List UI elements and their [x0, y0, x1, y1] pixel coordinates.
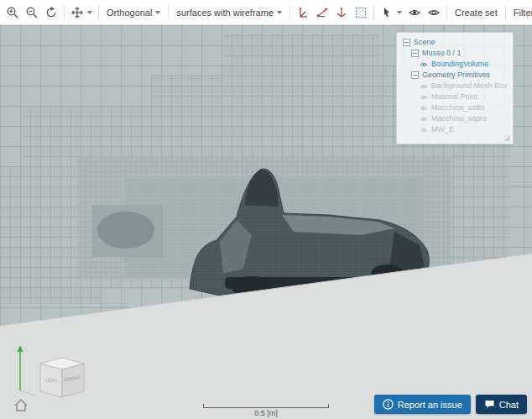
report-issue-label: Report an issue — [398, 400, 462, 410]
panel-resize-handle[interactable] — [503, 134, 511, 142]
show-visibility-button[interactable] — [405, 3, 424, 22]
collapse-icon[interactable] — [411, 50, 419, 57]
chevron-down-icon — [397, 11, 402, 14]
tree-item-material-point[interactable]: Material Point — [399, 92, 510, 102]
pan-tool-button[interactable] — [68, 3, 95, 22]
hide-visibility-button[interactable] — [425, 3, 443, 22]
collapse-icon[interactable] — [403, 39, 410, 46]
toolbar-separator — [64, 5, 65, 20]
tree-item-label: Geometry Primitives — [422, 70, 490, 81]
chat-label: Chat — [499, 400, 519, 410]
tree-item-boundingvolume[interactable]: BoundingVolume — [399, 59, 510, 70]
toolbar-separator — [98, 5, 99, 20]
toolbar-separator — [168, 5, 169, 20]
vector-display-button-2[interactable] — [313, 3, 331, 22]
scene-tree-panel: Scene Musso 0 / 1 BoundingVolume Geometr… — [396, 32, 514, 144]
eye-icon — [427, 6, 441, 19]
speech-bubble-icon — [484, 399, 495, 410]
axis-triad-icon — [335, 6, 348, 19]
report-issue-button[interactable]: Report an issue — [374, 395, 471, 414]
cursor-arrow-icon — [380, 6, 394, 19]
scale-bar-label: 0.5 [m] — [203, 409, 329, 417]
eye-icon[interactable] — [420, 105, 428, 112]
viewport-3d[interactable]: Scene Musso 0 / 1 BoundingVolume Geometr… — [0, 25, 532, 419]
toolbar: Orthogonal surfaces with wireframe — [0, 0, 532, 25]
tree-item-scene[interactable]: Scene — [399, 37, 510, 48]
chat-button[interactable]: Chat — [476, 395, 527, 414]
vector-display-button-3[interactable] — [332, 3, 351, 22]
filter-label: Filter — [514, 8, 532, 18]
scale-bar-line — [203, 404, 329, 408]
tree-item-label: Background Mesh Box — [431, 81, 508, 92]
filter-dropdown[interactable]: Filter — [509, 4, 532, 21]
home-view-button[interactable] — [15, 400, 27, 411]
projection-dropdown[interactable]: Orthogonal — [102, 4, 164, 21]
toolbar-separator — [373, 5, 374, 20]
tree-item-label: Macchina_sopra — [431, 113, 487, 124]
tree-item-label: MW_E — [431, 124, 454, 135]
collapse-icon[interactable] — [411, 71, 419, 79]
vector-display-button-1[interactable] — [294, 3, 312, 22]
pan-icon — [70, 6, 84, 19]
projection-label: Orthogonal — [107, 8, 152, 18]
axis-triad-icon — [316, 6, 329, 19]
tree-item-label: Musso 0 / 1 — [422, 48, 462, 59]
home-icon — [15, 400, 27, 411]
toolbar-separator — [289, 5, 290, 20]
view-cube[interactable]: LEFT FRONT — [40, 358, 84, 397]
info-circle-icon — [383, 399, 394, 410]
application-window: Orthogonal surfaces with wireframe — [0, 0, 532, 419]
tree-item-label: Material Point — [431, 92, 477, 102]
chevron-down-icon — [277, 11, 282, 14]
tree-item-mw-e[interactable]: MW_E — [399, 124, 510, 135]
eye-icon — [408, 6, 421, 19]
eye-icon[interactable] — [420, 127, 428, 134]
chevron-down-icon — [155, 11, 160, 14]
display-mode-label: surfaces with wireframe — [176, 8, 274, 18]
toolbar-separator — [446, 5, 447, 20]
zoom-in-icon — [6, 6, 19, 19]
toolbar-separator — [505, 5, 506, 20]
tree-item-label: BoundingVolume — [431, 59, 488, 70]
eye-icon[interactable] — [420, 116, 428, 123]
zoom-in-button[interactable] — [3, 3, 22, 22]
eye-icon[interactable] — [420, 83, 428, 90]
create-set-button[interactable]: Create set — [451, 4, 502, 21]
zoom-out-icon — [25, 6, 39, 19]
tree-item-macchina-sopra[interactable]: Macchina_sopra — [399, 113, 510, 124]
create-set-label: Create set — [455, 8, 498, 18]
box-select-button[interactable] — [352, 3, 370, 22]
reset-view-button[interactable] — [42, 3, 60, 22]
chevron-down-icon — [87, 11, 92, 14]
eye-icon[interactable] — [420, 61, 428, 68]
tree-item-musso[interactable]: Musso 0 / 1 — [399, 48, 510, 59]
tree-item-label: Scene — [414, 37, 436, 48]
orientation-cube[interactable]: LEFT FRONT — [7, 337, 91, 414]
eye-icon[interactable] — [420, 94, 428, 101]
footer-buttons: Report an issue Chat — [374, 395, 527, 414]
scale-bar: 0.5 [m] — [203, 404, 329, 417]
zoom-out-button[interactable] — [23, 3, 41, 22]
marquee-selection-icon — [354, 6, 368, 19]
axis-triad-icon — [296, 6, 310, 19]
tree-item-macchina-sotto[interactable]: Macchina_sotto — [399, 102, 510, 113]
tree-item-geometry-primitives[interactable]: Geometry Primitives — [399, 70, 510, 81]
display-mode-dropdown[interactable]: surfaces with wireframe — [172, 4, 286, 21]
tree-item-background-mesh-box[interactable]: Background Mesh Box — [399, 81, 510, 92]
refresh-icon — [44, 6, 58, 19]
tree-item-label: Macchina_sotto — [431, 102, 484, 113]
pointer-tool-button[interactable] — [378, 3, 404, 22]
